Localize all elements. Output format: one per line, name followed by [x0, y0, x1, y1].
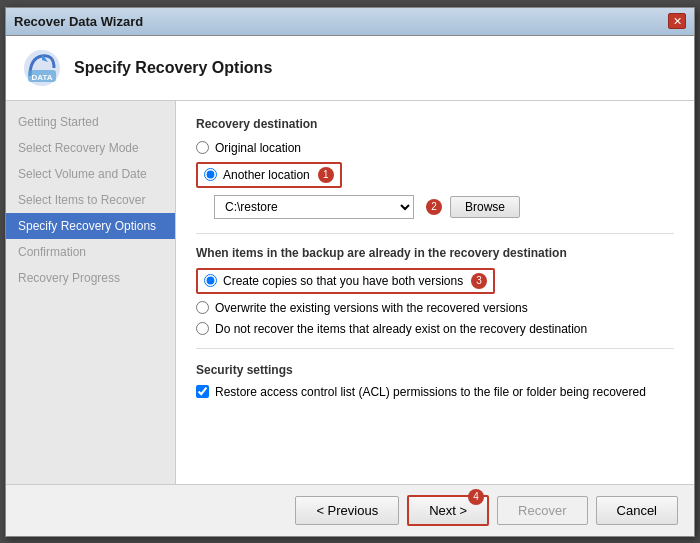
content-area: Recovery destination Original location A…	[176, 101, 694, 484]
recover-button[interactable]: Recover	[497, 496, 587, 525]
header-area: DATA Specify Recovery Options	[6, 36, 694, 101]
section-divider	[196, 233, 674, 234]
sidebar: Getting Started Select Recovery Mode Sel…	[6, 101, 176, 484]
do-not-recover-option: Do not recover the items that already ex…	[196, 322, 674, 336]
previous-button[interactable]: < Previous	[295, 496, 399, 525]
badge-2: 2	[426, 199, 442, 215]
main-content: Getting Started Select Recovery Mode Sel…	[6, 101, 694, 484]
window-title: Recover Data Wizard	[14, 14, 143, 29]
recovery-destination-label: Recovery destination	[196, 117, 674, 131]
original-location-radio[interactable]	[196, 141, 209, 154]
wizard-window: Recover Data Wizard ✕ DATA Specify Recov…	[5, 7, 695, 537]
original-location-option: Original location	[196, 141, 674, 155]
another-location-bordered: Another location 1	[196, 162, 342, 188]
when-items-label: When items in the backup are already in …	[196, 246, 674, 260]
overwrite-label[interactable]: Overwrite the existing versions with the…	[215, 301, 528, 315]
title-bar: Recover Data Wizard ✕	[6, 8, 694, 36]
badge-1: 1	[318, 167, 334, 183]
badge-3: 3	[471, 273, 487, 289]
create-copies-bordered: Create copies so that you have both vers…	[196, 268, 495, 294]
wizard-icon: DATA	[22, 48, 62, 88]
create-copies-option: Create copies so that you have both vers…	[196, 268, 674, 294]
create-copies-radio[interactable]	[204, 274, 217, 287]
do-not-recover-radio[interactable]	[196, 322, 209, 335]
sidebar-item-select-items[interactable]: Select Items to Recover	[6, 187, 175, 213]
badge-4: 4	[468, 489, 484, 505]
location-row: C:\restore 2 Browse	[214, 195, 674, 219]
original-location-label[interactable]: Original location	[215, 141, 301, 155]
overwrite-radio[interactable]	[196, 301, 209, 314]
sidebar-item-recovery-progress[interactable]: Recovery Progress	[6, 265, 175, 291]
footer: 4 < Previous Next > Recover Cancel	[6, 484, 694, 536]
page-title: Specify Recovery Options	[74, 59, 272, 77]
security-label: Security settings	[196, 363, 674, 377]
acl-checkbox[interactable]	[196, 385, 209, 398]
sidebar-item-getting-started[interactable]: Getting Started	[6, 109, 175, 135]
acl-checkbox-row: Restore access control list (ACL) permis…	[196, 385, 674, 399]
create-copies-label[interactable]: Create copies so that you have both vers…	[223, 274, 463, 288]
acl-label[interactable]: Restore access control list (ACL) permis…	[215, 385, 646, 399]
section-divider-2	[196, 348, 674, 349]
another-location-radio[interactable]	[204, 168, 217, 181]
cancel-button[interactable]: Cancel	[596, 496, 678, 525]
another-location-option: Another location 1	[196, 162, 674, 188]
do-not-recover-label[interactable]: Do not recover the items that already ex…	[215, 322, 587, 336]
another-location-label[interactable]: Another location	[223, 168, 310, 182]
sidebar-item-select-volume-date[interactable]: Select Volume and Date	[6, 161, 175, 187]
close-button[interactable]: ✕	[668, 13, 686, 29]
svg-text:DATA: DATA	[31, 73, 52, 82]
overwrite-option: Overwrite the existing versions with the…	[196, 301, 674, 315]
sidebar-item-specify-options[interactable]: Specify Recovery Options	[6, 213, 175, 239]
browse-button[interactable]: Browse	[450, 196, 520, 218]
security-section: Security settings Restore access control…	[196, 363, 674, 399]
location-select[interactable]: C:\restore	[214, 195, 414, 219]
sidebar-item-select-recovery-mode[interactable]: Select Recovery Mode	[6, 135, 175, 161]
sidebar-item-confirmation[interactable]: Confirmation	[6, 239, 175, 265]
